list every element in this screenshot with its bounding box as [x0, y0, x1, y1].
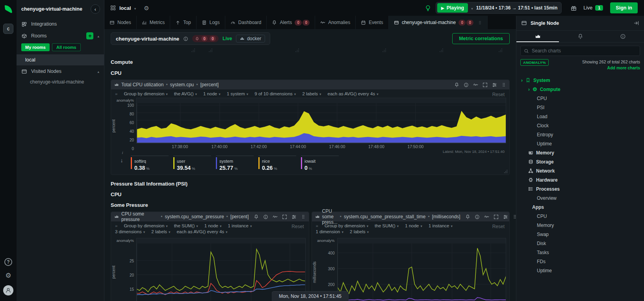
news-gift-icon[interactable] [570, 5, 577, 11]
sidebar-item-integrations[interactable]: Integrations [17, 18, 104, 30]
reset-button[interactable]: Reset [492, 92, 505, 97]
room-item-local[interactable]: local [17, 54, 104, 65]
collapse-controls-icon[interactable] [115, 91, 117, 96]
collapse-controls-icon[interactable] [115, 223, 117, 228]
legend-item-user[interactable]: user 39.54% [173, 156, 211, 171]
legend-item-iowait[interactable]: iowait 0% [301, 156, 339, 171]
tab-dashboard[interactable]: Dashboard [225, 16, 267, 29]
info-icon[interactable] [183, 36, 188, 41]
drag-grip-icon[interactable] [501, 82, 506, 87]
chart-header[interactable]: Total CPU utilization • system.cpu • [pe… [111, 80, 509, 89]
control-group-by[interactable]: Group by dimension [124, 223, 167, 228]
tab-node-chenyuge[interactable]: chenyuge-virtual-machine 0 0 [389, 16, 488, 29]
sidebar-item-visited-nodes[interactable]: Visited Nodes [17, 65, 104, 77]
sort-arrow-icon[interactable]: ↓ [117, 157, 126, 164]
menu-section-apps[interactable]: Apps [516, 203, 644, 212]
plot-area[interactable] [337, 238, 507, 301]
legend-item-nice[interactable]: nice 0.26% [258, 156, 296, 171]
bell-icon[interactable] [454, 82, 459, 87]
date-range-label[interactable]: 11/18/24 • 17:36 → 17:51 • last 15min [476, 5, 558, 11]
node-alerts-pill[interactable]: 0 0 [192, 35, 219, 42]
visited-node-item[interactable]: chenyuge-virtual-machine [17, 77, 104, 87]
menu-item-overview[interactable]: Overview [516, 193, 644, 203]
anomaly-filter-badge[interactable]: ANOMALY% [520, 59, 549, 66]
metric-correlations-button[interactable]: Metric correlations [452, 33, 510, 44]
control-dimensions[interactable]: 1 dimension [316, 229, 344, 234]
bell-icon[interactable] [465, 214, 470, 219]
chevron-up-icon[interactable] [97, 69, 99, 74]
anomaly-wave-icon[interactable] [273, 214, 278, 219]
control-nodes[interactable]: 1 node [203, 91, 221, 96]
tab-anomalies[interactable]: Anomalies [315, 16, 356, 29]
control-aggregate[interactable]: the AVG() [174, 91, 197, 96]
chart-settings-icon[interactable] [492, 82, 497, 87]
sign-in-button[interactable]: Sign in [610, 2, 638, 13]
my-rooms-tab[interactable]: My rooms [21, 43, 50, 51]
resize-grip-icon[interactable] [497, 47, 503, 53]
menu-section-storage[interactable]: Storage [516, 157, 644, 166]
help-icon[interactable]: ? [4, 258, 12, 266]
control-group-by[interactable]: Group by dimension [124, 91, 167, 96]
menu-item-psi[interactable]: PSI [516, 103, 644, 112]
tab-alerts-panel[interactable] [559, 31, 601, 42]
menu-item-load[interactable]: Load [516, 112, 644, 121]
chart-canvas[interactable] [337, 243, 507, 301]
resize-grip-icon[interactable] [294, 47, 300, 53]
reset-button[interactable]: Reset [291, 224, 304, 229]
tab-nodes[interactable]: Nodes [104, 16, 137, 29]
control-dimensions[interactable]: 9 of 10 dimensions [254, 91, 296, 96]
control-instances[interactable]: 1 instance [429, 223, 453, 228]
menu-item-apps-uptime[interactable]: Uptime [516, 266, 644, 275]
reset-button[interactable]: Reset [492, 224, 505, 229]
menu-section-network[interactable]: Network [516, 166, 644, 175]
control-dimensions[interactable]: 3 dimensions [115, 229, 145, 234]
control-instances[interactable]: 1 instance [228, 223, 252, 228]
menu-item-uptime[interactable]: Uptime [516, 139, 644, 148]
menu-item-apps-fds[interactable]: FDs [516, 257, 644, 266]
chevron-up-icon[interactable] [97, 33, 99, 39]
drag-grip-icon[interactable] [512, 214, 516, 219]
menu-item-entropy[interactable]: Entropy [516, 130, 644, 139]
anomaly-wave-icon[interactable] [484, 214, 489, 219]
tab-info-panel[interactable] [601, 31, 644, 42]
chart-settings-icon[interactable] [503, 214, 508, 219]
legend-item-softirq[interactable]: softirq 0.38% [131, 156, 169, 171]
bell-icon[interactable] [254, 214, 259, 219]
control-aggregate[interactable]: the SUM() [174, 223, 198, 228]
menu-section-processes[interactable]: Processes [516, 184, 644, 193]
time-range-control[interactable]: ▶ Playing 11/18/24 • 17:36 → 17:51 • las… [436, 2, 562, 14]
live-count-badge[interactable]: 1 [595, 5, 603, 11]
info-icon[interactable] [475, 214, 480, 219]
resize-grip-icon[interactable] [438, 47, 444, 53]
space-settings-gear-icon[interactable]: ⚙ [144, 5, 149, 11]
menu-item-apps-cpu[interactable]: CPU [516, 212, 644, 221]
control-nodes[interactable]: 1 node [204, 223, 222, 228]
menu-item-apps-disk[interactable]: Disk [516, 239, 644, 248]
control-group-by[interactable]: Group by dimension [325, 223, 368, 228]
menu-section-compute[interactable]: ⚙ Compute [516, 85, 644, 94]
collapse-controls-icon[interactable] [316, 223, 318, 228]
collapse-panel-icon[interactable] [633, 20, 639, 26]
control-instances[interactable]: 1 system [227, 91, 249, 96]
menu-item-apps-tasks[interactable]: Tasks [516, 248, 644, 257]
netdata-logo-icon[interactable] [3, 4, 13, 14]
control-nodes[interactable]: 1 node [405, 223, 422, 228]
menu-item-apps-memory[interactable]: Memory [516, 221, 644, 230]
menu-item-clock[interactable]: Clock [516, 121, 644, 130]
drag-grip-icon[interactable] [301, 214, 306, 219]
search-charts-box[interactable] [520, 46, 640, 56]
control-time-aggregate[interactable]: each as AVG() every 4s [176, 229, 227, 234]
info-icon[interactable] [263, 214, 268, 219]
control-labels[interactable]: 2 labels [151, 229, 170, 234]
add-more-charts-link[interactable]: Add more charts [607, 65, 640, 70]
tab-events[interactable]: Events [356, 16, 389, 29]
fullscreen-icon[interactable] [282, 214, 287, 219]
anomaly-wave-icon[interactable] [473, 82, 478, 87]
resize-grip-icon[interactable] [503, 169, 508, 174]
control-aggregate[interactable]: the SUM() [375, 223, 399, 228]
control-labels[interactable]: 2 labels [350, 229, 369, 234]
space-avatar[interactable]: c [3, 24, 13, 34]
menu-item-cpu[interactable]: CPU [516, 94, 644, 103]
menu-section-hardware[interactable]: Hardware [516, 175, 644, 184]
axis-info-icon[interactable] [122, 151, 123, 155]
